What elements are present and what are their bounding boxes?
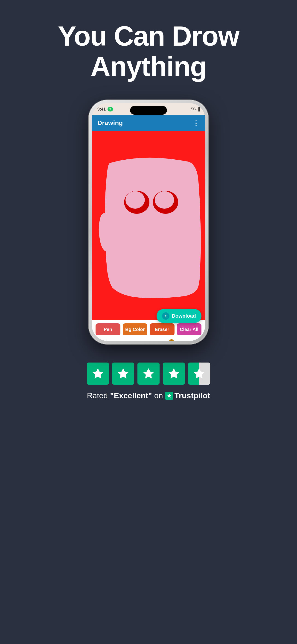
status-bar-right: 5G ▐ bbox=[191, 107, 200, 111]
svg-point-4 bbox=[142, 230, 158, 244]
pen-button[interactable]: Pen bbox=[96, 324, 120, 335]
clear-all-button[interactable]: Clear All bbox=[177, 324, 202, 335]
size-thumb[interactable] bbox=[169, 339, 174, 341]
svg-point-3 bbox=[155, 191, 174, 209]
stars-row bbox=[87, 362, 210, 385]
star-2 bbox=[112, 362, 134, 385]
bottom-toolbar: Pen Bg Color Eraser Clear All Size : bbox=[92, 320, 205, 341]
trustpilot-section: Rated "Excellent" on Trustpilot bbox=[87, 362, 210, 400]
app-bar-title: Drawing bbox=[98, 119, 123, 127]
trustpilot-brand-name: Trustpilot bbox=[174, 391, 210, 400]
signal-indicator: 5G bbox=[191, 107, 196, 111]
battery-icon: ▐ bbox=[197, 107, 200, 111]
on-text: on bbox=[154, 391, 163, 400]
eraser-button[interactable]: Eraser bbox=[150, 324, 174, 335]
star-1 bbox=[87, 362, 109, 385]
tool-buttons-row: Pen Bg Color Eraser Clear All bbox=[96, 324, 202, 335]
drawing-svg bbox=[92, 131, 205, 320]
drawing-canvas[interactable] bbox=[92, 131, 205, 320]
more-options-icon[interactable]: ⋮ bbox=[193, 119, 200, 127]
bg-color-button[interactable]: Bg Color bbox=[123, 324, 148, 335]
star-half bbox=[188, 362, 210, 385]
status-bar-left: 9:41 3 bbox=[98, 107, 113, 112]
trustpilot-text: Rated "Excellent" on Trustpilot bbox=[87, 391, 210, 400]
star-3 bbox=[138, 362, 160, 385]
trustpilot-brand-star bbox=[165, 392, 173, 400]
excellent-text: "Excellent" bbox=[110, 391, 152, 400]
page-title: You Can Drow Anything bbox=[0, 21, 297, 82]
trustpilot-logo: Trustpilot bbox=[165, 391, 210, 400]
phone-mockup: 9:41 3 5G ▐ Drawing ⋮ bbox=[89, 100, 208, 344]
phone-body: 9:41 3 5G ▐ Drawing ⋮ bbox=[89, 100, 208, 344]
download-arrow-icon bbox=[162, 312, 170, 320]
star-4 bbox=[163, 362, 185, 385]
download-label: Download bbox=[172, 313, 196, 319]
rated-text: Rated bbox=[87, 391, 108, 400]
dynamic-island bbox=[130, 106, 167, 115]
size-row: Size : bbox=[96, 338, 202, 341]
size-label: Size : bbox=[96, 339, 107, 341]
svg-point-2 bbox=[126, 191, 145, 209]
phone-screen: 9:41 3 5G ▐ Drawing ⋮ bbox=[92, 103, 205, 341]
status-bar: 9:41 3 5G ▐ bbox=[92, 103, 205, 115]
wifi-badge: 3 bbox=[108, 107, 113, 112]
status-time: 9:41 bbox=[98, 107, 106, 112]
download-button[interactable]: Download bbox=[156, 309, 202, 323]
app-bar: Drawing ⋮ bbox=[92, 115, 205, 131]
